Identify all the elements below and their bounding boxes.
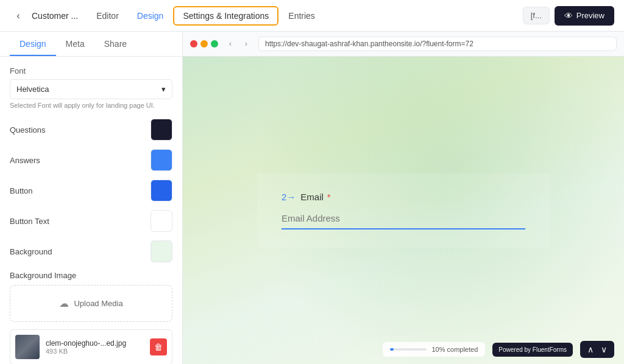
powered-by-badge: Powered by FluentForms xyxy=(492,343,573,357)
field-number: 2→ xyxy=(282,192,296,202)
email-input[interactable] xyxy=(282,208,525,229)
button-text-color-swatch[interactable] xyxy=(151,210,172,232)
questions-color-swatch[interactable] xyxy=(151,119,172,141)
answers-label: Answers xyxy=(10,156,40,165)
dot-green xyxy=(211,40,218,47)
progress-bar-fill xyxy=(390,348,394,351)
button-color-row: Button xyxy=(10,180,172,201)
tab-settings[interactable]: Settings & Integrations xyxy=(173,6,278,26)
form-navigation-arrows: ∧ ∨ xyxy=(580,341,614,358)
progress-text: 10% completed xyxy=(431,346,478,353)
file-size: 493 KB xyxy=(46,348,144,355)
tab-entries[interactable]: Entries xyxy=(280,7,324,24)
file-name: clem-onojeghuo-...ed.jpg xyxy=(46,339,144,348)
panel-tab-design[interactable]: Design xyxy=(10,32,56,56)
left-panel: Design Meta Share Font Helvetica ▾ Selec… xyxy=(0,32,183,364)
browser-nav: ‹ › xyxy=(223,37,254,51)
background-color-swatch[interactable] xyxy=(151,240,172,262)
preview-footer: 10% completed Powered by FluentForms ∧ ∨ xyxy=(183,335,624,364)
panel-tabs: Design Meta Share xyxy=(0,32,182,57)
browser-dots xyxy=(190,40,218,47)
browser-back-button[interactable]: ‹ xyxy=(223,37,238,51)
upload-label: Upload Media xyxy=(74,299,122,308)
button-text-color-row: Button Text xyxy=(10,210,172,232)
eye-icon: 👁 xyxy=(564,11,573,21)
email-field-section: 2→ Email * xyxy=(257,173,550,248)
field-label-text: Email xyxy=(300,192,324,202)
answers-color-swatch[interactable] xyxy=(151,149,172,171)
browser-forward-button[interactable]: › xyxy=(239,37,254,51)
form-preview: 2→ Email * 10% completed Powered by Flue… xyxy=(183,57,624,364)
required-marker: * xyxy=(327,192,331,202)
nav-tabs: Editor Design Settings & Integrations En… xyxy=(88,6,517,26)
upload-icon: ☁ xyxy=(59,298,69,309)
button-label: Button xyxy=(10,186,33,195)
main-layout: Design Meta Share Font Helvetica ▾ Selec… xyxy=(0,32,624,364)
right-preview: ‹ › https://dev-shaugat-ashraf-khan.pant… xyxy=(183,32,624,364)
file-delete-button[interactable]: 🗑 xyxy=(150,338,167,355)
button-color-swatch[interactable] xyxy=(151,180,172,201)
font-label: Font xyxy=(10,66,172,75)
questions-label: Questions xyxy=(10,125,46,135)
top-navigation: ‹ Customer ... Editor Design Settings & … xyxy=(0,0,624,32)
tab-editor[interactable]: Editor xyxy=(88,7,127,24)
tab-design[interactable]: Design xyxy=(129,7,172,24)
questions-color-row: Questions xyxy=(10,119,172,141)
file-thumbnail xyxy=(15,335,40,359)
file-item: clem-onojeghuo-...ed.jpg 493 KB 🗑 xyxy=(10,329,172,364)
file-info: clem-onojeghuo-...ed.jpg 493 KB xyxy=(46,339,144,355)
upload-area[interactable]: ☁ Upload Media xyxy=(10,285,172,322)
panel-tab-meta[interactable]: Meta xyxy=(56,32,94,56)
browser-bar: ‹ › https://dev-shaugat-ashraf-khan.pant… xyxy=(183,32,624,57)
button-text-label: Button Text xyxy=(10,217,49,226)
browser-url-bar[interactable]: https://dev-shaugat-ashraf-khan.pantheon… xyxy=(258,37,617,51)
file-thumbnail-image xyxy=(15,335,40,359)
background-color-row: Background xyxy=(10,240,172,262)
font-select[interactable]: Helvetica ▾ xyxy=(10,79,172,99)
panel-content: Font Helvetica ▾ Selected Font will appl… xyxy=(0,57,182,364)
bg-image-label: Background Image xyxy=(10,271,172,280)
top-right-actions: [f... 👁 Preview xyxy=(523,6,614,26)
email-field-label: 2→ Email * xyxy=(282,192,525,202)
up-arrow-button[interactable]: ∧ xyxy=(585,345,596,354)
progress-indicator: 10% completed xyxy=(383,342,485,357)
font-field-group: Font Helvetica ▾ Selected Font will appl… xyxy=(10,66,172,109)
font-hint: Selected Font will apply only for landin… xyxy=(10,102,172,109)
page-title: Customer ... xyxy=(32,11,78,21)
preview-button[interactable]: 👁 Preview xyxy=(555,6,614,26)
chevron-down-icon: ▾ xyxy=(161,85,166,94)
form-preview-inner: 2→ Email * xyxy=(257,173,550,248)
progress-bar xyxy=(390,348,427,351)
back-button[interactable]: ‹ xyxy=(10,7,27,24)
down-arrow-button[interactable]: ∨ xyxy=(598,345,609,354)
background-label: Background xyxy=(10,247,52,256)
icon-button[interactable]: [f... xyxy=(523,7,550,24)
dot-yellow xyxy=(200,40,208,47)
dot-red xyxy=(190,40,197,47)
panel-tab-share[interactable]: Share xyxy=(94,32,136,56)
answers-color-row: Answers xyxy=(10,149,172,171)
